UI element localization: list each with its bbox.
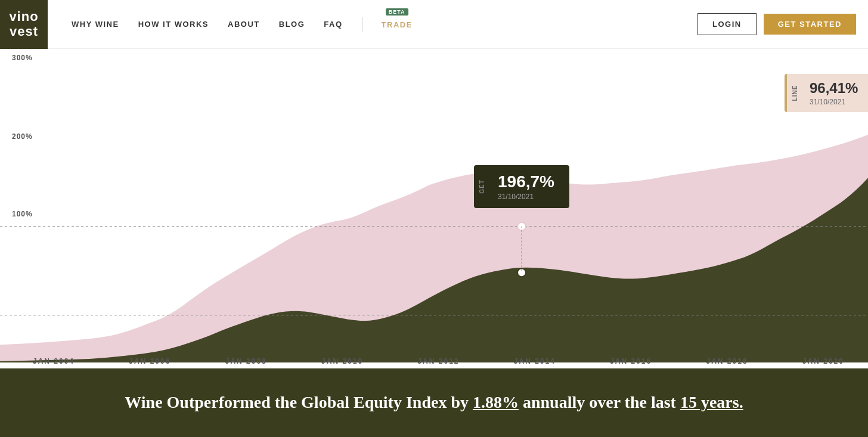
x-label-2012: JAN 2012 [417,357,459,365]
get-started-button[interactable]: GET STARTED [764,14,856,35]
x-label-2004: JAN 2004 [33,357,75,365]
bottom-tagline: Wine Outperformed the Global Equity Inde… [125,392,743,413]
chart-area: 300% 200% 100% GET 196,7% 31/10/2021 [0,49,868,437]
tooltip-pink: LINE 96,41% 31/10/2021 [785,74,868,112]
tooltip-green-value: 196,7% [498,172,559,191]
tooltip-green-date: 31/10/2021 [498,193,559,201]
tooltip-pink-label: LINE [792,85,798,101]
x-label-2006: JAN 2006 [129,357,170,365]
nav-blog[interactable]: BLOG [279,20,305,29]
main-container: 300% 200% 100% GET 196,7% 31/10/2021 [0,49,868,437]
tooltip-pink-value: 96,41% [810,80,858,97]
x-label-2020: JAN 2020 [802,357,844,365]
tooltip-pink-date: 31/10/2021 [810,98,858,106]
nav-faq[interactable]: FAQ [324,20,342,29]
logo[interactable]: vino vest [0,0,48,49]
beta-badge: BETA [386,8,408,16]
navbar: vino vest WHY WINE HOW IT WORKS ABOUT BL… [0,0,868,49]
x-label-2016: JAN 2016 [610,357,652,365]
x-label-2014: JAN 2014 [514,357,556,365]
nav-links: WHY WINE HOW IT WORKS ABOUT BLOG FAQ BET… [72,17,698,32]
tooltip-green: GET 196,7% 31/10/2021 [474,165,569,208]
nav-about[interactable]: ABOUT [228,20,260,29]
nav-right: LOGIN GET STARTED [698,13,856,35]
login-button[interactable]: LOGIN [698,13,757,35]
x-label-2010: JAN 2010 [321,357,363,365]
tooltip-green-label: GET [479,179,485,194]
nav-trade[interactable]: TRADE [382,20,413,29]
x-label-2018: JAN 2018 [706,357,748,365]
x-axis-labels: JAN 2004 JAN 2006 JAN 2008 JAN 2010 JAN … [0,357,868,365]
nav-divider [362,17,362,32]
performance-chart [0,49,868,368]
nav-how-it-works[interactable]: HOW IT WORKS [138,20,209,29]
nav-trade-wrap: BETA TRADE [382,19,413,30]
nav-why-wine[interactable]: WHY WINE [72,20,119,29]
bottom-bar: Wine Outperformed the Global Equity Inde… [0,368,868,437]
x-label-2008: JAN 2008 [225,357,267,365]
